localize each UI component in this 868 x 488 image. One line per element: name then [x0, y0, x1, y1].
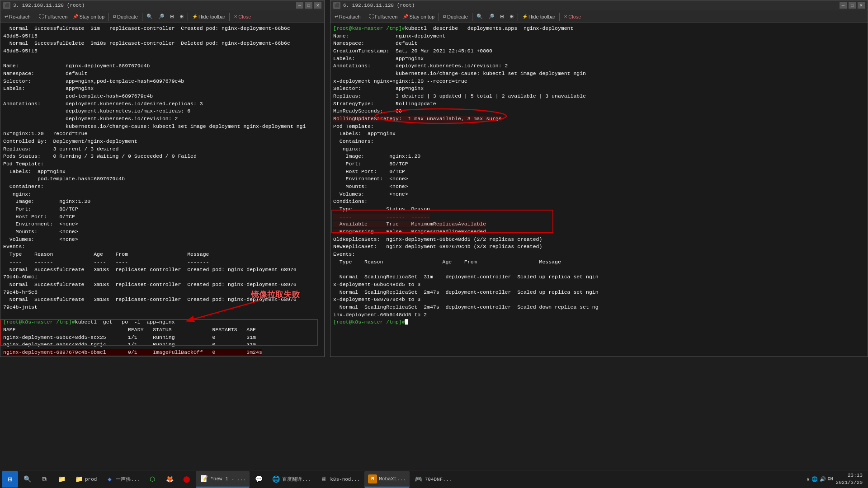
taskview-icon: ⧉: [40, 475, 49, 484]
fullscreen-btn-left[interactable]: ⛶ Fullscreen: [37, 13, 70, 20]
split-icon-left: ⊞: [179, 14, 184, 19]
rsep3: [472, 13, 472, 21]
duplicate-icon-right: ⧉: [443, 14, 446, 19]
close-btn-left[interactable]: ✕: [314, 2, 321, 9]
tray-network: 🌐: [811, 476, 818, 482]
mobaxterm-label: MobaXt...: [379, 476, 406, 482]
toolbar-right: ↩ Re-attach ⛶ Fullscreen 📌 Stay on top ⧉…: [330, 10, 868, 23]
fullscreen-label-right: Fullscreen: [375, 14, 398, 19]
taskbar-new1[interactable]: 📝 *new 1 - ...: [196, 471, 250, 488]
mobaxterm-icon: M: [368, 474, 377, 483]
pin-icon-left: 📌: [73, 14, 78, 19]
k8s-label: k8s-nod...: [330, 477, 360, 482]
pin-icon-right: 📌: [403, 14, 408, 19]
terminal-left[interactable]: ⬛ 3. 192.168.11.128 (root) ─ □ ✕ ↩ Re-at…: [0, 0, 325, 357]
prod-icon: 📁: [74, 475, 83, 484]
start-button[interactable]: ⊞: [2, 471, 18, 488]
taskbar-right-section: ∧ 🌐 🔊 CH 23:13 2021/3/20: [807, 472, 866, 486]
search-icon-left: ⊟: [170, 14, 174, 19]
taskbar-search[interactable]: 🔍: [19, 471, 35, 488]
search-btn-left[interactable]: ⊟: [168, 13, 176, 20]
title-text-left: 3. 192.168.11.128 (root): [13, 3, 293, 8]
reattach-label-right: Re-attach: [339, 14, 361, 19]
sep1: [35, 13, 35, 21]
title-text-right: 6. 192.168.11.128 (root): [343, 3, 837, 8]
rsep2: [439, 13, 439, 21]
close-btn-toolbar-right[interactable]: ✕ Close: [561, 13, 583, 20]
zoom-in-left[interactable]: 🔍: [144, 13, 155, 20]
taskbar-mobaxterm[interactable]: M MobaXt...: [364, 471, 409, 488]
fullscreen-icon-left: ⛶: [39, 14, 44, 19]
duplicate-btn-right[interactable]: ⧉ Duplicate: [441, 13, 470, 20]
duplicate-label-left: Duplicate: [117, 14, 138, 19]
terminal-content-right[interactable]: [root@k8s-master /tmp]#kubectl describe …: [330, 23, 868, 357]
hide-toolbar-label-right: Hide toolbar: [528, 14, 555, 19]
yishengfo-icon: ◆: [105, 475, 114, 484]
reattach-label: Re-attach: [9, 14, 31, 19]
terminal-right[interactable]: ⬛ 6. 192.168.11.128 (root) ─ □ ✕ ↩ Re-at…: [330, 0, 868, 357]
zoom-out-right[interactable]: 🔎: [486, 13, 497, 20]
taskbar-yishengfo[interactable]: ◆ 一声佛...: [101, 471, 143, 488]
minimize-btn-right[interactable]: ─: [840, 2, 847, 9]
taskbar-app3[interactable]: ⬡: [144, 471, 160, 488]
clock-time: 23:13: [836, 472, 863, 479]
windows-logo: ⊞: [8, 475, 12, 484]
taskbar-k8s[interactable]: 🖥 k8s-nod...: [316, 471, 363, 488]
taskbar-explorer[interactable]: 📁: [53, 471, 70, 488]
split-btn-left[interactable]: ⊞: [177, 13, 186, 20]
split-btn-right[interactable]: ⊞: [507, 13, 516, 20]
close-btn-right[interactable]: ✕: [858, 2, 865, 9]
wechat-icon: 💬: [254, 475, 263, 484]
sep4: [188, 13, 188, 21]
app3-icon: ⬡: [148, 475, 157, 484]
search-btn-right[interactable]: ⊟: [498, 13, 506, 20]
tray-chevron[interactable]: ∧: [807, 476, 810, 482]
new1-icon: 📝: [199, 474, 208, 483]
hide-toolbar-btn-right[interactable]: ⚡ Hide toolbar: [520, 13, 557, 20]
stay-on-top-btn-right[interactable]: 📌 Stay on top: [401, 13, 437, 20]
zoom-in-right[interactable]: 🔍: [474, 13, 485, 20]
close-icon-right: ✕: [564, 14, 567, 19]
explorer-icon: 📁: [57, 475, 66, 484]
sep3: [142, 13, 142, 21]
system-clock[interactable]: 23:13 2021/3/20: [836, 472, 863, 486]
taskbar-baidu[interactable]: 🌐 百度翻译...: [268, 471, 315, 488]
fullscreen-btn-right[interactable]: ⛶ Fullscreen: [367, 13, 400, 20]
baidu-icon: 🌐: [271, 475, 280, 484]
firefox-icon: 🦊: [165, 475, 174, 484]
taskbar-prod[interactable]: 📁 prod: [71, 471, 100, 488]
rsep1: [365, 13, 365, 21]
hide-toolbar-label-left: Hide toolbar: [198, 14, 225, 19]
taskbar-firefox[interactable]: 🦊: [161, 471, 178, 488]
zoom-out-left[interactable]: 🔎: [156, 13, 167, 20]
rsep4: [518, 13, 518, 21]
clock-date: 2021/3/20: [836, 479, 863, 486]
zoom-out-icon-left: 🔎: [158, 14, 165, 19]
stay-on-top-btn-left[interactable]: 📌 Stay on top: [71, 13, 107, 20]
title-bar-right: ⬛ 6. 192.168.11.128 (root) ─ □ ✕: [330, 0, 868, 10]
maximize-btn-left[interactable]: □: [305, 2, 312, 9]
taskbar-704dnf[interactable]: 🎮 704DNF...: [410, 471, 455, 488]
reattach-icon-right: ↩: [335, 14, 338, 19]
reattach-btn-left[interactable]: ↩ Re-attach: [2, 13, 33, 20]
taskbar-taskview[interactable]: ⧉: [36, 471, 52, 488]
taskbar-app5[interactable]: ⬤: [179, 471, 195, 488]
game-icon: 🎮: [414, 475, 423, 484]
duplicate-btn-left[interactable]: ⧉ Duplicate: [111, 13, 140, 20]
rsep5: [559, 13, 560, 21]
tray-lang: CH: [828, 477, 833, 482]
win-controls-left: ─ □ ✕: [296, 2, 321, 9]
stay-on-top-label-right: Stay on top: [409, 14, 434, 19]
terminal-icon-left: ⬛: [3, 2, 10, 9]
taskbar-wechat[interactable]: 💬: [250, 471, 267, 488]
terminal-content-left[interactable]: Normal SuccessfulCreate 31m replicaset-c…: [0, 23, 324, 357]
new1-label: *new 1 - ...: [210, 476, 246, 482]
zoom-in-icon-left: 🔍: [146, 14, 153, 19]
search-icon-right: ⊟: [500, 14, 504, 19]
close-btn-toolbar-left[interactable]: ✕ Close: [231, 13, 253, 20]
reattach-btn-right[interactable]: ↩ Re-attach: [332, 13, 363, 20]
minimize-btn-left[interactable]: ─: [296, 2, 303, 9]
duplicate-label-right: Duplicate: [447, 14, 468, 19]
maximize-btn-right[interactable]: □: [849, 2, 856, 9]
hide-toolbar-btn-left[interactable]: ⚡ Hide toolbar: [190, 13, 227, 20]
